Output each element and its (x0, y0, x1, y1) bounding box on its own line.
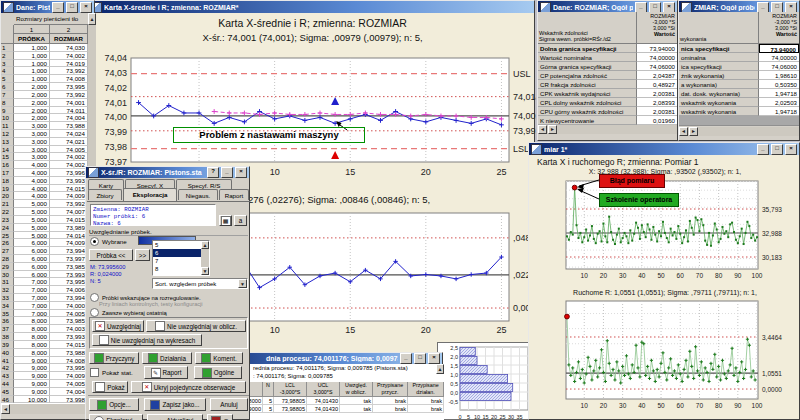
cell[interactable]: 8 (1, 99, 14, 107)
table-row[interactable]: 133,00074,021 (1, 138, 88, 146)
table-row[interactable]: 194,00074,015 (1, 185, 88, 193)
close-button[interactable]: × (235, 167, 247, 178)
cell[interactable]: 28 (1, 255, 14, 263)
xbar-annotation[interactable]: Problem z nastawami maszyny (173, 127, 365, 143)
radio-wybrane[interactable]: Wybrane (90, 237, 127, 246)
cell[interactable]: 21 (1, 200, 14, 208)
przyczyny-button[interactable]: Przyczyny (89, 352, 139, 364)
process-col-header[interactable]: Przypisaneprzycz. (373, 382, 408, 397)
cell[interactable]: 7,000 (14, 278, 50, 286)
table-row[interactable]: 62,00073,995 (1, 83, 88, 91)
cell[interactable]: 4,000 (14, 192, 50, 200)
radio-ostatnia[interactable]: Zawsze wybieraj ostatnią (90, 308, 248, 317)
table-row[interactable]: 174,00073,996 (1, 169, 88, 177)
cell[interactable]: 8,000 (14, 341, 50, 349)
scroll-left-icon[interactable]: ◄ (538, 125, 547, 134)
indicator-value[interactable]: 74,06000 (637, 62, 677, 71)
cell[interactable]: 74,000 (50, 302, 88, 310)
process-cell[interactable]: brak (408, 405, 444, 413)
table-row[interactable]: 82,00074,001 (1, 99, 88, 107)
cell[interactable]: 3,000 (14, 138, 50, 146)
cell[interactable]: 42 (1, 364, 14, 372)
cell[interactable]: 29 (1, 263, 14, 271)
table-row[interactable]: 204,00074,009 (1, 192, 88, 200)
scroll-right-icon[interactable]: ► (689, 127, 698, 136)
indicator-value[interactable]: 2,02503 (759, 98, 799, 107)
next-sample-button[interactable]: >> (135, 249, 150, 261)
cell[interactable]: 73,988 (50, 122, 88, 130)
cell[interactable]: 24 (1, 224, 14, 232)
cell[interactable]: 18 (1, 177, 14, 185)
tab-raport[interactable]: Raport (219, 189, 249, 200)
table-row[interactable]: 266,00074,009 (1, 239, 88, 247)
table-row[interactable]: 378,00074,003 (1, 325, 88, 333)
indicator-value[interactable]: 0,50350 (759, 80, 799, 89)
process-row[interactable]: 0,019000573,9880574,01430takbrakbrak (223, 405, 444, 413)
cell[interactable]: 1,000 (14, 52, 50, 60)
process-cell[interactable]: 74,01430 (307, 405, 340, 413)
cell[interactable]: 3 (1, 60, 14, 68)
table-row[interactable]: 449,00074,005 (1, 380, 88, 388)
table-row[interactable]: 286,00073,997 (1, 255, 88, 263)
ir-annotation-error[interactable]: Błąd pomiaru (599, 174, 665, 188)
probka-button[interactable]: Próbka << (89, 249, 133, 261)
cell[interactable]: 2,000 (14, 83, 50, 91)
table-row[interactable]: 368,00073,985 (1, 317, 88, 325)
cell[interactable]: 73,993 (50, 271, 88, 279)
cell[interactable]: 19 (1, 185, 14, 193)
table-row[interactable]: 31,00074,019 (1, 60, 88, 68)
indicator-row[interactable]: a wykonania)0,50350 (679, 80, 799, 89)
cell[interactable]: 22 (1, 208, 14, 216)
col-number-2[interactable]: 2 (50, 25, 88, 34)
cell[interactable]: 73,996 (50, 169, 88, 177)
table-row[interactable]: 347,00074,000 (1, 302, 88, 310)
cell[interactable]: 73,985 (50, 263, 88, 271)
indicator-value[interactable]: 1,94718 (759, 89, 799, 98)
nie-uwzgledniaj-oblicz-button[interactable]: Nie uwzględniaj w oblicz. (146, 320, 246, 332)
cell[interactable]: 4,000 (14, 161, 50, 169)
indicator-value[interactable]: 0,48927 (637, 80, 677, 89)
cell[interactable]: 43 (1, 372, 14, 380)
anuluj-button[interactable]: Anuluj (210, 398, 248, 411)
cell[interactable]: 74,009 (50, 372, 88, 380)
nie-uwzgledniaj-wykres-button[interactable]: Nie uwzględniaj na wykresach (92, 334, 202, 346)
aktualizuj-button[interactable]: ▲ Aktualizuj (147, 414, 203, 420)
cell[interactable]: 74,009 (50, 192, 88, 200)
indicator-row[interactable]: wskaźnik wykonania2,02503 (679, 98, 799, 107)
dzialania-button[interactable]: Działania (142, 352, 192, 364)
table-row[interactable]: 72,00073,992 (1, 91, 88, 99)
cell[interactable]: 9,000 (14, 372, 50, 380)
cell[interactable]: 45 (1, 388, 14, 396)
cell[interactable]: 74,005 (50, 310, 88, 318)
cell[interactable]: 8,000 (14, 317, 50, 325)
indicator-row[interactable]: dat. dosk. wykonania)1,94718 (679, 89, 799, 98)
indicator-row[interactable]: CPK wskaźnik wydajności2,00381 (538, 89, 677, 98)
close-button[interactable]: × (428, 353, 440, 364)
cell[interactable]: 74,021 (50, 138, 88, 146)
scroll-up-icon[interactable]: ▲ (88, 13, 96, 25)
dialog-titlebar[interactable]: X-śr./R: ROZMIAR: Pistons.sta ? _ × (86, 167, 249, 178)
cell[interactable]: 9,000 (14, 364, 50, 372)
process-cell[interactable]: brak (373, 405, 408, 413)
cell[interactable]: 25 (1, 232, 14, 240)
tab-zbiory[interactable]: Zbiory (88, 189, 122, 200)
table-row[interactable]: 235,00074,015 (1, 216, 88, 224)
maximize-button[interactable]: □ (771, 2, 783, 13)
cell[interactable]: 37 (1, 325, 14, 333)
sample-list-item[interactable]: 6 (153, 249, 201, 257)
cell[interactable]: 73,997 (50, 255, 88, 263)
cap-right-hscrollbar[interactable]: ◄ ► (679, 127, 799, 136)
cell[interactable]: 73,994 (50, 247, 88, 255)
cell[interactable]: 8,000 (14, 325, 50, 333)
ogolne-button[interactable]: Ogólne (194, 366, 242, 379)
tab-niegaus[interactable]: Niegaus. (178, 189, 218, 200)
cell[interactable]: 26 (1, 239, 14, 247)
cap-left-hscrollbar[interactable]: ◄ ► (538, 125, 677, 134)
cell[interactable]: 74,015 (50, 341, 88, 349)
indicator-value[interactable]: 73,94000 (637, 44, 677, 53)
opcje-button[interactable]: Opcje... (89, 398, 139, 411)
indicator-value[interactable]: 2,08393 (637, 98, 677, 107)
cell[interactable]: 2,000 (14, 99, 50, 107)
table-row[interactable]: 153,00074,002 (1, 153, 88, 161)
cell[interactable]: 41 (1, 357, 14, 365)
